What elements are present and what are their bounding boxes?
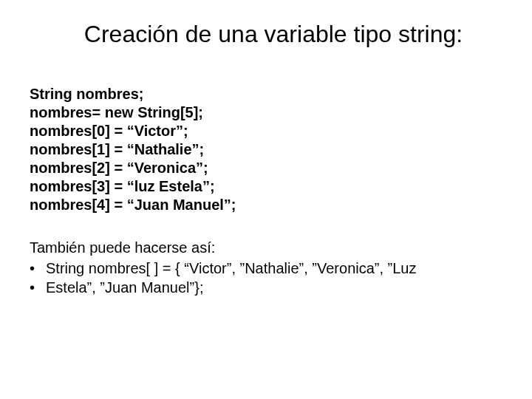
bullet-icon: • [30, 259, 46, 278]
bullet-text: Estela”, ”Juan Manuel”}; [46, 278, 502, 297]
code-line: nombres[2] = “Veronica”; [30, 159, 502, 177]
code-line: nombres[1] = “Nathalie”; [30, 140, 502, 159]
alternative-section: También puede hacerse así: • String nomb… [30, 238, 502, 297]
code-line: nombres= new String[5]; [30, 103, 502, 122]
code-line: nombres[0] = “Victor”; [30, 122, 502, 140]
code-block: String nombres; nombres= new String[5]; … [30, 85, 502, 214]
alternative-intro: También puede hacerse así: [30, 238, 502, 257]
slide-title: Creación de una variable tipo string: [30, 21, 502, 48]
code-line: nombres[3] = “luz Estela”; [30, 177, 502, 196]
list-item: • Estela”, ”Juan Manuel”}; [30, 278, 502, 297]
code-line: String nombres; [30, 85, 502, 103]
bullet-text: String nombres[ ] = { “Victor”, ”Nathali… [46, 259, 502, 278]
list-item: • String nombres[ ] = { “Victor”, ”Natha… [30, 259, 502, 278]
bullet-icon: • [30, 278, 46, 297]
code-line: nombres[4] = “Juan Manuel”; [30, 196, 502, 214]
